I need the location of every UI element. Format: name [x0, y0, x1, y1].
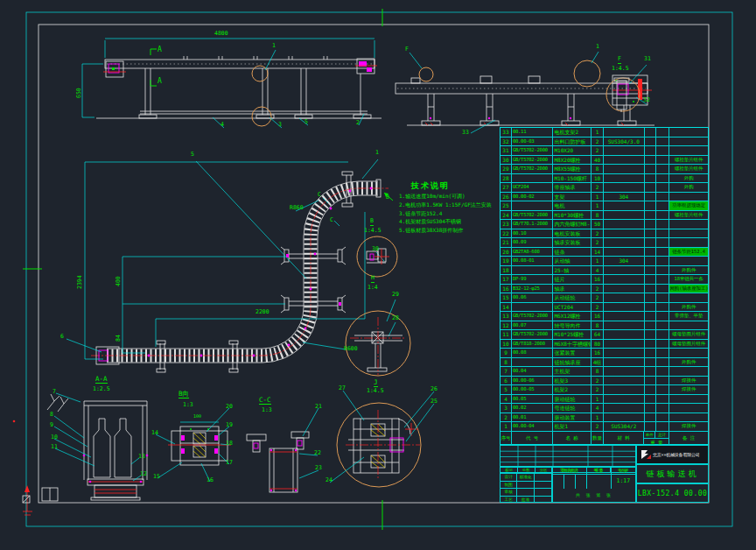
bom-cell	[604, 395, 645, 404]
annotation-label: 5	[304, 119, 308, 125]
annotation-label: 9	[50, 422, 53, 428]
annotation-label: 29	[392, 292, 399, 298]
bom-cell	[669, 220, 708, 229]
annotation-label: 650	[76, 88, 82, 98]
bom-cell	[645, 330, 656, 339]
bom-cell: 64	[592, 330, 604, 339]
bom-row: 8链轮轴承座4组外购件	[500, 358, 708, 368]
bom-cell: 1	[592, 257, 604, 265]
technical-notes-lines: 1.输送速度10m/min(可调)2.电机功率1.5KW 1:15F/GF法兰安…	[399, 193, 500, 235]
bom-cell: 304	[604, 193, 645, 201]
bom-cell	[645, 229, 656, 238]
bom-cell	[645, 183, 656, 192]
bom-cell	[604, 128, 645, 137]
annotation-label: B	[370, 218, 374, 226]
bom-cell: 4组	[592, 358, 604, 367]
bom-cell: 00.00-06	[512, 377, 554, 385]
bom-cell: 6	[500, 377, 512, 385]
bom-row: 10GB/T818-2000M6X8十字槽螺钉80螺母垫圈片组件	[500, 340, 708, 349]
bom-cell: 机架3	[553, 377, 592, 385]
bom-cell: 链片	[553, 275, 592, 284]
bom-cell	[656, 349, 670, 357]
annotation-label: C	[330, 217, 333, 223]
bom-cell	[604, 330, 645, 339]
bom-cell	[669, 257, 708, 265]
bom-cell: GB/T5782-2000	[512, 330, 554, 339]
bom-cell: 轴承安装板	[553, 238, 592, 247]
bom-cell	[604, 266, 645, 275]
bom-cell: 功率根据现场定	[669, 201, 708, 210]
bom-cell	[645, 238, 656, 247]
annotation-label: 12	[140, 471, 147, 477]
bom-cell	[604, 165, 645, 173]
title-block-roles: 设计标准化制图审核工艺批准	[500, 473, 552, 503]
detail-j	[330, 391, 434, 487]
bom-cell: GB/T5782-2000	[512, 312, 554, 321]
bom-row: 900.08张紧装置16	[500, 349, 708, 358]
bom-cell	[656, 248, 670, 257]
bom-cell: 00.00-02	[512, 193, 554, 201]
annotation-label: 84	[116, 335, 122, 342]
bom-cell: GB/T5782-2000	[512, 156, 554, 165]
drawing-title: 链板输送机	[636, 464, 709, 483]
bom-cell	[645, 156, 656, 165]
bom-cell: M6X8十字槽螺钉	[553, 340, 592, 349]
bom-cell: 螺母垫圈片组件	[669, 330, 708, 339]
bom-cell: 1	[592, 201, 604, 210]
bom-cell	[656, 395, 670, 404]
bom-cell	[656, 211, 670, 220]
bom-cell: GB2TA8-600	[512, 248, 554, 257]
bom-cell: 链条	[553, 248, 592, 257]
bom-cell: 8	[500, 358, 512, 367]
company-logo	[640, 448, 653, 461]
bom-cell	[656, 413, 670, 422]
bom-cell: 33	[500, 128, 512, 137]
bom-cell: 支架	[553, 193, 592, 201]
bom-row: 1500.06从动链轮2	[500, 293, 708, 303]
annotation-label: 100	[193, 413, 201, 420]
bom-cell	[645, 321, 656, 330]
bom-cell: 00.08	[512, 349, 554, 357]
bom-cell: 外购件	[669, 358, 708, 367]
bom-cell: 7	[500, 367, 512, 376]
bom-cell: 2	[592, 183, 604, 192]
bom-cell	[604, 238, 645, 247]
bom-row: 2600.00-02支架1304	[500, 193, 708, 202]
drawing-number: LBX-152.4 00.00	[636, 483, 709, 503]
bom-cell: 16	[592, 275, 604, 284]
section-a-a	[47, 393, 148, 500]
bom-cell: 22	[500, 229, 512, 238]
bom-cell: 00.06	[512, 293, 554, 302]
bom-cell: 18	[500, 266, 512, 275]
bom-cell	[656, 330, 670, 339]
bom-cell	[604, 211, 645, 220]
annotation-label: 1	[596, 44, 599, 50]
bom-cell: 25	[500, 201, 512, 210]
bom-row: 3200.00-03出料口防护板2SUS304/3.0	[500, 138, 708, 147]
bom-cell: DP-99	[512, 275, 554, 284]
bom-cell: 驱动装置	[553, 413, 592, 422]
bom-cell	[645, 367, 656, 376]
bom-cell	[604, 377, 645, 385]
bom-cell	[645, 349, 656, 357]
annotation-label: 4800	[214, 31, 228, 37]
bom-row: 1825-轴4外购件	[500, 266, 708, 276]
bom-cell: 00.04	[512, 367, 554, 376]
bom-cell: 焊接件	[669, 385, 708, 394]
bom-cell	[645, 257, 656, 265]
bom-cell: 外购	[669, 174, 708, 183]
bom-row: 17DP-99链片1618米链共一条	[500, 275, 708, 285]
bom-cell: 张紧装置	[553, 349, 592, 357]
annotation-label: 1:2.5	[93, 386, 110, 392]
annotation-label: A	[158, 46, 162, 53]
annotation-label: 22	[314, 450, 321, 456]
bom-cell	[645, 248, 656, 257]
bom-cell: 24	[500, 211, 512, 220]
bom-cell	[656, 377, 670, 385]
bom-cell	[656, 165, 670, 173]
annotation-label: F	[405, 46, 409, 53]
bom-cell: 8	[592, 321, 604, 330]
bom-cell	[656, 312, 670, 321]
bom-cell	[604, 312, 645, 321]
bom-cell	[656, 183, 670, 192]
